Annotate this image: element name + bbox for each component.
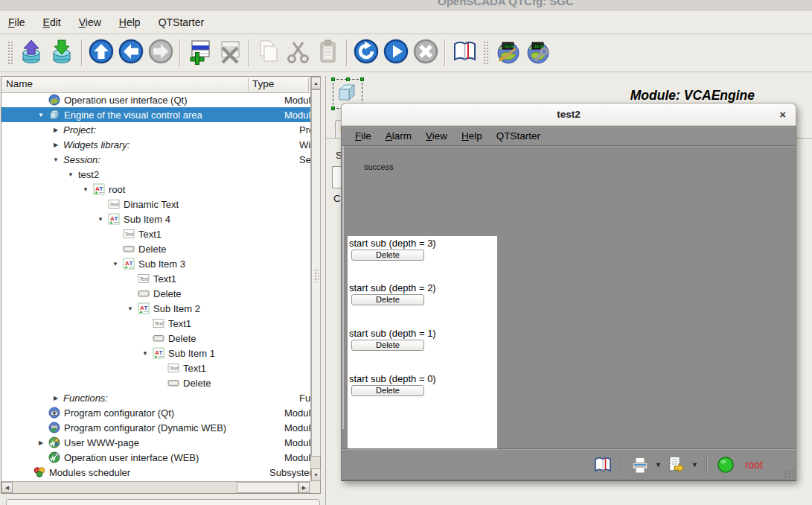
- delete-button[interactable]: Delete: [351, 340, 424, 351]
- collapse-icon[interactable]: ▼: [33, 112, 48, 118]
- print-icon[interactable]: [630, 455, 650, 474]
- tree-row[interactable]: ▶Project:Project: [1, 122, 310, 137]
- tree-row[interactable]: ▼ATrootPage: [1, 182, 310, 197]
- refresh-button[interactable]: [351, 37, 381, 69]
- copy-item-button[interactable]: [253, 37, 283, 69]
- tree-row[interactable]: ▼ATSub Item 4Widget: [1, 212, 310, 226]
- tree-row[interactable]: TextText1Widget: [1, 226, 310, 241]
- toolbar-drag-handle[interactable]: [483, 41, 490, 65]
- qtstarter-config-button[interactable]: 10:50: [493, 37, 523, 69]
- column-divider[interactable]: [248, 78, 249, 91]
- go-forward-button[interactable]: [146, 37, 176, 69]
- close-icon[interactable]: ×: [779, 108, 786, 121]
- tree-row[interactable]: DeleteWidget: [1, 375, 310, 390]
- dialog-titlebar[interactable]: test2 ×: [341, 103, 796, 126]
- tree-row[interactable]: ▼Engine of the visual control areaModule: [1, 107, 310, 122]
- selection-handle[interactable]: [331, 107, 335, 110]
- start-updating-button[interactable]: [381, 37, 411, 69]
- column-header-type[interactable]: Type: [252, 78, 274, 89]
- stop-updating-button[interactable]: [411, 37, 441, 69]
- toolbar-drag-handle[interactable]: [7, 41, 14, 65]
- expand-icon[interactable]: ▶: [48, 142, 63, 148]
- menu-item-view[interactable]: View: [79, 16, 101, 28]
- scroll-down-button[interactable]: ▼: [311, 469, 321, 481]
- expand-icon[interactable]: ▶: [48, 395, 63, 401]
- paste-item-button[interactable]: [313, 37, 342, 69]
- balls-icon: [33, 466, 46, 478]
- up-level-button[interactable]: [86, 37, 116, 69]
- tree-row[interactable]: ▼ATSub Item 1Widget: [1, 346, 310, 361]
- delete-item-button[interactable]: [214, 37, 244, 69]
- delete-button[interactable]: Delete: [351, 294, 424, 305]
- tree-row[interactable]: ▶User WWW-pageModule: [1, 435, 310, 450]
- qtstarter-tools-button[interactable]: 10:50: [523, 37, 553, 69]
- tree-row[interactable]: Operation user interface (WEB)Module: [1, 450, 310, 465]
- collapse-icon[interactable]: ▼: [123, 305, 138, 312]
- tree-row[interactable]: TextText1Widget: [1, 361, 310, 375]
- tree-row[interactable]: DeleteWidget: [1, 241, 310, 256]
- menu-item-file[interactable]: File: [8, 16, 25, 28]
- tree-item-type: Subsystem: [266, 467, 310, 478]
- menu-item-help[interactable]: Help: [119, 16, 141, 28]
- tree-row[interactable]: ▼Session:Session: [1, 152, 310, 167]
- tree-row[interactable]: Modules schedulerSubsystem: [1, 465, 310, 480]
- collapse-icon[interactable]: ▼: [78, 186, 93, 193]
- horizontal-scrollbar-thumb[interactable]: [237, 482, 298, 493]
- tree-row[interactable]: ▼ATSub Item 3Widget: [1, 256, 310, 271]
- export-dropdown-arrow[interactable]: ▼: [691, 461, 698, 469]
- column-header-name[interactable]: Name: [6, 78, 33, 89]
- menu-item-qtstarter[interactable]: QTStarter: [159, 16, 204, 28]
- dialog-menu-item-file[interactable]: File: [355, 130, 371, 142]
- tree-row[interactable]: DeleteWidget: [1, 331, 310, 346]
- export-icon[interactable]: [667, 455, 686, 474]
- dialog-menu-item-help[interactable]: Help: [461, 130, 482, 142]
- go-back-button[interactable]: [116, 37, 146, 69]
- manual-button[interactable]: [450, 37, 479, 69]
- collapse-icon[interactable]: ▼: [48, 156, 63, 163]
- column-divider[interactable]: [308, 78, 309, 91]
- vertical-scrollbar[interactable]: ▲ ▼: [310, 77, 320, 481]
- delete-button[interactable]: Delete: [351, 385, 424, 396]
- tree-row[interactable]: Program configurator (Qt)Module: [1, 405, 310, 420]
- scroll-right-button[interactable]: ▶: [298, 482, 310, 493]
- tree-row[interactable]: Operation user interface (Qt)Module: [1, 92, 310, 107]
- tree-row[interactable]: TextText1Widget: [1, 316, 310, 331]
- tree-item-label: Program configurator (Dynamic WEB): [64, 422, 226, 433]
- tree-item-type: Module: [281, 407, 310, 419]
- tree-row[interactable]: ▼test2Session: [1, 167, 310, 182]
- print-dropdown-arrow[interactable]: ▼: [655, 461, 662, 469]
- save-to-db-button[interactable]: [48, 37, 77, 69]
- current-user-label: root: [745, 459, 763, 471]
- collapse-icon[interactable]: ▼: [138, 350, 153, 357]
- selection-handle[interactable]: [346, 77, 350, 81]
- tree-row[interactable]: TextDinamic TextWidget: [1, 197, 310, 212]
- cut-item-button[interactable]: [283, 37, 313, 69]
- widget-text-label: start sub (depth = 0): [349, 373, 436, 384]
- collapse-icon[interactable]: ▼: [108, 261, 123, 267]
- expand-icon[interactable]: ▶: [33, 439, 48, 446]
- horizontal-scrollbar[interactable]: ◀ ▶: [1, 481, 310, 493]
- delete-button[interactable]: Delete: [351, 250, 424, 261]
- tree-row[interactable]: DeleteWidget: [1, 286, 310, 301]
- collapse-icon[interactable]: ▼: [93, 216, 108, 223]
- tree-row[interactable]: ▶Widgets library:Widgets libr.: [1, 137, 310, 152]
- expand-icon[interactable]: ▶: [48, 127, 63, 133]
- dialog-menu-item-qtstarter[interactable]: QTStarter: [496, 130, 540, 142]
- tree-row[interactable]: ▼ATSub Item 2Widget: [1, 301, 310, 316]
- scroll-left-button[interactable]: ◀: [1, 482, 13, 493]
- collapse-icon[interactable]: ▼: [63, 171, 78, 178]
- tree-row[interactable]: ▶Functions:Functions: [1, 390, 310, 405]
- dialog-menu-item-view[interactable]: View: [426, 130, 447, 142]
- manual-icon[interactable]: [593, 455, 613, 474]
- resize-grip[interactable]: [784, 469, 794, 478]
- scroll-up-button[interactable]: ▲: [311, 77, 321, 89]
- tree-row[interactable]: TextText1Widget: [1, 271, 310, 286]
- add-item-button[interactable]: [185, 37, 214, 69]
- selection-handle[interactable]: [331, 77, 335, 81]
- dialog-menu-item-alarm[interactable]: Alarm: [386, 130, 412, 142]
- load-from-db-button[interactable]: [18, 37, 48, 69]
- selection-handle[interactable]: [360, 77, 364, 81]
- tree-row[interactable]: Program configurator (Dynamic WEB)Module: [1, 420, 310, 435]
- vertical-scrollbar-thumb[interactable]: [311, 89, 321, 457]
- menu-item-edit[interactable]: Edit: [43, 16, 61, 28]
